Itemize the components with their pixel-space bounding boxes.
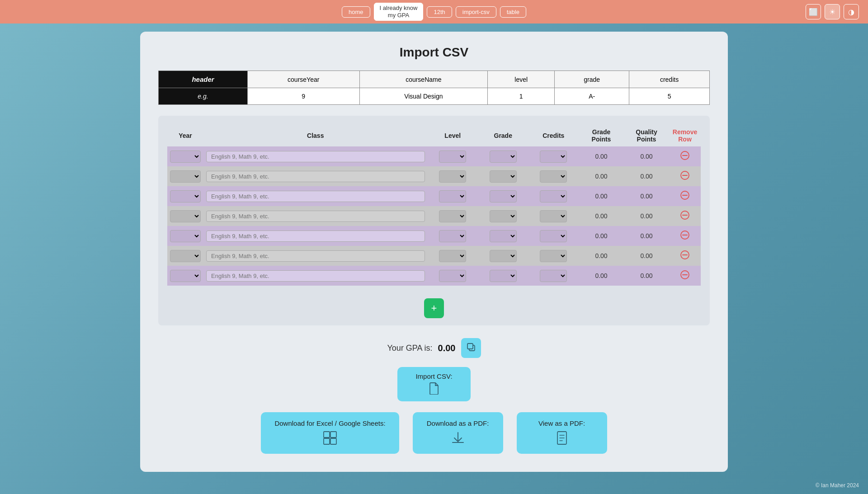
credits-select-1[interactable] — [540, 151, 567, 163]
download-pdf-label: Download as a PDF: — [427, 419, 489, 427]
level-select-7[interactable] — [439, 270, 466, 282]
level-select-1[interactable] — [439, 151, 466, 163]
grade-select-5[interactable] — [490, 230, 517, 242]
grade-select-2[interactable] — [490, 170, 517, 183]
class-input-3[interactable] — [206, 191, 425, 202]
download-pdf-button[interactable]: Download as a PDF: — [413, 412, 503, 454]
grade-select-6[interactable] — [490, 250, 517, 262]
remove-row-button-7[interactable] — [680, 270, 690, 280]
nav-12th[interactable]: 12th — [427, 6, 452, 18]
credits-select-6[interactable] — [540, 250, 567, 262]
cell-grade-2 — [478, 166, 528, 186]
credits-select-3[interactable] — [540, 190, 567, 202]
svg-rect-16 — [324, 432, 330, 438]
level-select-4[interactable] — [439, 210, 466, 222]
col-grade-points: GradePoints — [579, 125, 624, 146]
col-grade: Grade — [478, 125, 528, 146]
nav-know-gpa[interactable]: I already knowmy GPA — [374, 3, 424, 20]
cell-grade-5 — [478, 226, 528, 246]
col-remove-row: Remove Row — [669, 125, 701, 146]
nav-right-icons: ⬜ ☀ ◑ — [806, 4, 859, 19]
cell-level-5 — [428, 226, 478, 246]
window-icon-btn[interactable]: ⬜ — [806, 4, 821, 19]
cell-quality-points-1: 0.00 — [624, 146, 669, 166]
footer-text: © Ian Maher 2024 — [816, 482, 859, 489]
window-icon: ⬜ — [809, 8, 818, 16]
footer: © Ian Maher 2024 — [816, 482, 859, 489]
remove-row-button-2[interactable] — [680, 170, 690, 180]
csv-col-name: courseName — [359, 71, 488, 88]
copy-gpa-button[interactable] — [461, 338, 481, 358]
csv-eg-level: 1 — [488, 88, 555, 105]
grade-select-4[interactable] — [490, 210, 517, 222]
credits-select-7[interactable] — [540, 270, 567, 282]
gpa-value: 0.00 — [438, 343, 456, 353]
year-select-6[interactable] — [170, 250, 201, 262]
cell-grade-points-7: 0.00 — [579, 266, 624, 286]
nav-home[interactable]: home — [342, 6, 370, 18]
class-input-2[interactable] — [206, 171, 425, 182]
level-select-6[interactable] — [439, 250, 466, 262]
sun-icon-btn[interactable]: ☀ — [825, 4, 840, 19]
col-class: Class — [203, 125, 428, 146]
grade-select-3[interactable] — [490, 190, 517, 202]
year-select-2[interactable] — [170, 170, 201, 183]
cell-grade-6 — [478, 246, 528, 266]
nav-table[interactable]: table — [500, 6, 526, 18]
year-select-4[interactable] — [170, 210, 201, 222]
cell-grade-7 — [478, 266, 528, 286]
cell-level-4 — [428, 206, 478, 226]
navbar: home I already knowmy GPA 12th import-cs… — [0, 0, 868, 24]
csv-eg-grade: A- — [555, 88, 629, 105]
class-input-5[interactable] — [206, 231, 425, 242]
svg-rect-18 — [324, 438, 330, 444]
remove-row-button-1[interactable] — [680, 151, 690, 160]
excel-icon — [323, 431, 337, 447]
credits-select-2[interactable] — [540, 170, 567, 183]
credits-select-4[interactable] — [540, 210, 567, 222]
page-title: Import CSV — [158, 45, 710, 60]
import-csv-button[interactable]: Import CSV: — [397, 367, 470, 401]
year-select-1[interactable] — [170, 151, 201, 163]
sun-icon: ☀ — [829, 8, 835, 16]
cell-year-1 — [167, 146, 203, 166]
cell-remove-6 — [669, 246, 701, 266]
cell-remove-3 — [669, 186, 701, 206]
class-input-4[interactable] — [206, 211, 425, 222]
cell-grade-points-5: 0.00 — [579, 226, 624, 246]
cell-class-3 — [203, 186, 428, 206]
cell-credits-6 — [528, 246, 579, 266]
level-select-2[interactable] — [439, 170, 466, 183]
moon-icon: ◑ — [848, 8, 854, 16]
level-select-3[interactable] — [439, 190, 466, 202]
gpa-section: Your GPA is: 0.00 — [158, 338, 710, 358]
year-select-3[interactable] — [170, 190, 201, 202]
cell-credits-3 — [528, 186, 579, 206]
view-pdf-button[interactable]: View as a PDF: — [517, 412, 607, 454]
class-input-1[interactable] — [206, 151, 425, 162]
cell-year-3 — [167, 186, 203, 206]
grade-select-7[interactable] — [490, 270, 517, 282]
col-quality-points: QualityPoints — [624, 125, 669, 146]
download-excel-button[interactable]: Download for Excel / Google Sheets: — [261, 412, 399, 454]
gpa-label: Your GPA is: — [387, 343, 433, 353]
add-row-button[interactable]: + — [424, 298, 444, 318]
nav-import-csv[interactable]: import-csv — [456, 6, 496, 18]
cell-credits-4 — [528, 206, 579, 226]
cell-remove-5 — [669, 226, 701, 246]
remove-row-button-6[interactable] — [680, 250, 690, 260]
credits-select-5[interactable] — [540, 230, 567, 242]
class-input-7[interactable] — [206, 270, 425, 282]
moon-icon-btn[interactable]: ◑ — [844, 4, 859, 19]
grade-select-1[interactable] — [490, 151, 517, 163]
year-select-5[interactable] — [170, 230, 201, 242]
remove-row-button-3[interactable] — [680, 190, 690, 200]
level-select-5[interactable] — [439, 230, 466, 242]
remove-row-button-4[interactable] — [680, 210, 690, 220]
year-select-7[interactable] — [170, 270, 201, 282]
import-csv-icon — [428, 382, 440, 396]
bottom-actions: Download for Excel / Google Sheets: Down… — [158, 412, 710, 454]
remove-row-button-5[interactable] — [680, 230, 690, 240]
class-input-6[interactable] — [206, 250, 425, 262]
cell-class-2 — [203, 166, 428, 186]
